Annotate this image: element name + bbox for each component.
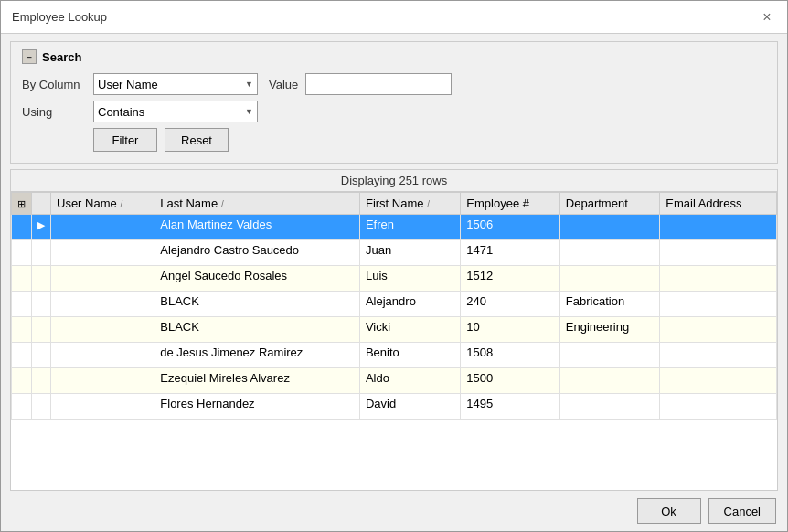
cell-employee-num: 1471 xyxy=(461,240,560,266)
cell-department: Engineering xyxy=(559,317,659,343)
using-row: Using ContainsStarts WithEqualsEnds With xyxy=(22,101,766,122)
table-row[interactable]: BLACKAlejandro240Fabrication xyxy=(12,292,777,317)
cell-department xyxy=(559,215,659,240)
table-section: Displaying 251 rows ⊞ User Name / xyxy=(10,169,778,491)
current-row-indicator: ▶ xyxy=(37,219,45,230)
row-arrow-cell xyxy=(32,343,51,368)
cell-lastname: Alejandro Castro Saucedo xyxy=(154,240,360,266)
search-header: – Search xyxy=(22,49,766,64)
table-body: ▶Alan Martinez ValdesEfren1506Alejandro … xyxy=(12,215,777,420)
cell-department: Fabrication xyxy=(559,292,659,317)
table-row[interactable]: Alejandro Castro SaucedoJuan1471 xyxy=(12,240,777,266)
cell-email xyxy=(660,317,777,343)
cell-lastname: Angel Saucedo Rosales xyxy=(154,266,360,292)
cell-username xyxy=(51,215,154,240)
th-username[interactable]: User Name / xyxy=(51,193,154,215)
th-arrow xyxy=(32,193,51,215)
cell-email xyxy=(660,394,777,420)
row-icon-cell xyxy=(12,343,32,368)
cell-firstname: Juan xyxy=(359,240,460,266)
close-button[interactable]: × xyxy=(758,8,776,27)
table-row[interactable]: Angel Saucedo RosalesLuis1512 xyxy=(12,266,777,292)
th-department-label: Department xyxy=(566,197,628,210)
column-select[interactable]: User NameLast NameFirst NameEmployee #De… xyxy=(93,73,258,95)
th-employee-num[interactable]: Employee # xyxy=(461,193,560,215)
row-icon-cell xyxy=(12,292,32,317)
table-row[interactable]: de Jesus Jimenez RamirezBenito1508 xyxy=(12,343,777,368)
cell-employee-num: 1500 xyxy=(461,368,560,394)
cell-username xyxy=(51,394,154,420)
collapse-button[interactable]: – xyxy=(22,49,37,64)
filter-icon: ⊞ xyxy=(17,198,26,209)
cell-department xyxy=(559,240,659,266)
th-icon: ⊞ xyxy=(12,193,32,215)
by-column-row: By Column User NameLast NameFirst NameEm… xyxy=(22,73,766,95)
row-icon-cell xyxy=(12,317,32,343)
cell-firstname: David xyxy=(359,394,460,420)
ok-button[interactable]: Ok xyxy=(637,498,701,524)
row-arrow-cell xyxy=(32,317,51,343)
search-panel: – Search By Column User NameLast NameFir… xyxy=(10,41,778,164)
title-bar: Employee Lookup × xyxy=(1,1,787,34)
row-arrow-cell xyxy=(32,368,51,394)
table-container[interactable]: ⊞ User Name / Last Name / xyxy=(11,192,777,490)
cell-username xyxy=(51,292,154,317)
cell-lastname: de Jesus Jimenez Ramirez xyxy=(154,343,360,368)
employee-table: ⊞ User Name / Last Name / xyxy=(11,192,777,420)
filter-button[interactable]: Filter xyxy=(93,128,157,152)
table-row[interactable]: ▶Alan Martinez ValdesEfren1506 xyxy=(12,215,777,240)
th-lastname-label: Last Name xyxy=(160,197,218,210)
cell-email xyxy=(660,368,777,394)
cell-email xyxy=(660,292,777,317)
row-arrow-cell xyxy=(32,240,51,266)
th-username-label: User Name xyxy=(57,197,117,210)
cell-lastname: Flores Hernandez xyxy=(154,394,360,420)
th-firstname-label: First Name xyxy=(366,197,424,210)
row-icon-cell xyxy=(12,394,32,420)
th-firstname[interactable]: First Name / xyxy=(359,193,460,215)
cell-username xyxy=(51,240,154,266)
using-label: Using xyxy=(22,105,86,119)
cell-employee-num: 1506 xyxy=(461,215,560,240)
th-email-label: Email Address xyxy=(666,197,741,210)
th-department[interactable]: Department xyxy=(559,193,659,215)
reset-button[interactable]: Reset xyxy=(165,128,229,152)
row-icon-cell xyxy=(12,368,32,394)
th-lastname-sort: / xyxy=(221,199,224,208)
cell-username xyxy=(51,368,154,394)
cell-department xyxy=(559,266,659,292)
dialog-title: Employee Lookup xyxy=(12,10,107,24)
using-select[interactable]: ContainsStarts WithEqualsEnds With xyxy=(93,101,258,122)
button-row: Filter Reset xyxy=(93,128,766,152)
table-row[interactable]: Ezequiel Mireles AlvarezAldo1500 xyxy=(12,368,777,394)
th-lastname[interactable]: Last Name / xyxy=(154,193,360,215)
cell-firstname: Benito xyxy=(359,343,460,368)
cell-email xyxy=(660,240,777,266)
cell-firstname: Alejandro xyxy=(359,292,460,317)
cell-department xyxy=(559,394,659,420)
table-row[interactable]: BLACKVicki10Engineering xyxy=(12,317,777,343)
value-input[interactable] xyxy=(305,73,452,95)
cell-email xyxy=(660,266,777,292)
cancel-button[interactable]: Cancel xyxy=(708,498,776,524)
cell-firstname: Vicki xyxy=(359,317,460,343)
cell-employee-num: 1512 xyxy=(461,266,560,292)
cell-lastname: BLACK xyxy=(154,317,360,343)
cell-email xyxy=(660,343,777,368)
cell-username xyxy=(51,317,154,343)
row-icon-cell xyxy=(12,266,32,292)
th-email[interactable]: Email Address xyxy=(660,193,777,215)
employee-lookup-dialog: Employee Lookup × – Search By Column Use… xyxy=(0,0,788,532)
cell-firstname: Luis xyxy=(359,266,460,292)
cell-department xyxy=(559,368,659,394)
cell-firstname: Efren xyxy=(359,215,460,240)
cell-department xyxy=(559,343,659,368)
table-row[interactable]: Flores HernandezDavid1495 xyxy=(12,394,777,420)
column-select-wrap: User NameLast NameFirst NameEmployee #De… xyxy=(93,73,258,95)
cell-employee-num: 10 xyxy=(461,317,560,343)
row-icon-cell xyxy=(12,240,32,266)
row-arrow-cell xyxy=(32,292,51,317)
row-icon-cell xyxy=(12,215,32,240)
table-header: ⊞ User Name / Last Name / xyxy=(12,193,777,215)
row-count: Displaying 251 rows xyxy=(11,170,777,192)
